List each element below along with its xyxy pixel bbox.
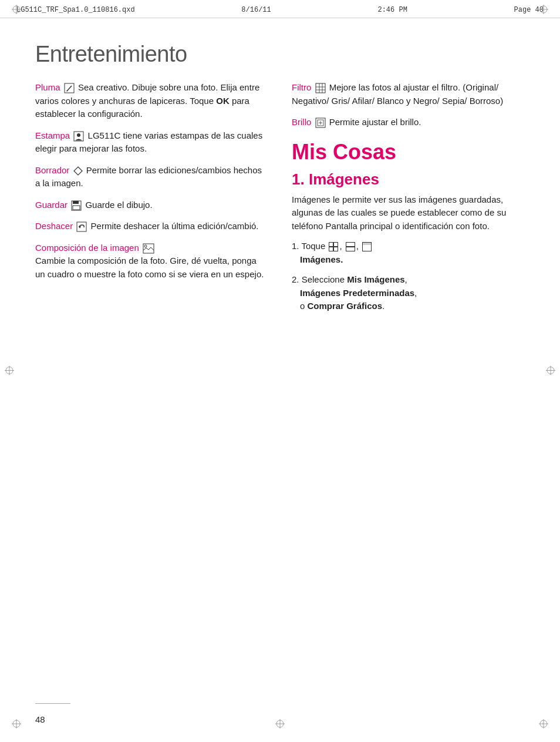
borrador-text: Borrador Permite borrar las ediciones/ca… <box>35 164 268 190</box>
imagenes-intro: Imágenes le permite ver sus las imágenes… <box>292 193 525 233</box>
svg-point-16 <box>77 133 80 137</box>
svg-rect-36 <box>334 243 338 246</box>
page-footer: 48 <box>35 714 525 724</box>
brillo-term: Brillo <box>292 117 311 127</box>
apps-icon-3 <box>362 241 372 252</box>
svg-rect-35 <box>329 243 333 246</box>
svg-rect-21 <box>77 222 86 231</box>
entry-brillo: Brillo Permite ajustar el brillo. <box>292 116 525 129</box>
entry-deshacer: Deshacer Permite deshacer la última edic… <box>35 220 268 233</box>
stamp-icon <box>73 131 84 142</box>
eraser-icon <box>73 166 83 176</box>
filtro-term: Filtro <box>292 82 311 92</box>
undo-icon <box>76 221 87 232</box>
step2-period: . <box>382 301 384 311</box>
step2-prefix: 2. Seleccione <box>292 274 347 284</box>
mis-cosas-heading: Mis Cosas <box>292 140 525 164</box>
svg-rect-38 <box>334 247 338 251</box>
brillo-description: Permite ajustar el brillo. <box>329 117 421 127</box>
entry-filtro: Filtro Mejore las fotos al ajustar el fi… <box>292 81 525 108</box>
step2-o: o <box>300 301 308 311</box>
doc-date: 8/16/11 <box>241 6 271 14</box>
step2: 2. Seleccione Mis Imágenes, Imágenes Pre… <box>292 273 525 313</box>
right-column: Filtro Mejore las fotos al ajustar el fi… <box>292 81 525 313</box>
pencil-icon <box>64 83 75 93</box>
filename: LG511C_TRF_Spa1.0_110816.qxd <box>16 6 135 14</box>
step2-mis-imagenes: Mis Imágenes <box>347 274 404 284</box>
step1-prefix: 1. Toque <box>292 241 328 251</box>
deshacer-text: Deshacer Permite deshacer la última edic… <box>35 220 268 233</box>
borrador-description: Permite borrar las ediciones/cambios hec… <box>35 165 262 189</box>
brillo-text: Brillo Permite ajustar el brillo. <box>292 116 525 129</box>
composicion-body: Cambie la composición de la foto. Gire, … <box>35 254 268 281</box>
svg-rect-41 <box>346 247 355 251</box>
guardar-description: Guarde el dibujo. <box>85 200 152 210</box>
pluma-term: Pluma <box>35 82 60 92</box>
reg-mark-left <box>5 365 14 377</box>
svg-rect-37 <box>329 247 333 251</box>
page-content: Entretenimiento Pluma Sea creativo. Dibu… <box>0 18 560 337</box>
estampa-description: LG511C tiene varias estampas de las cual… <box>35 130 262 154</box>
svg-line-13 <box>67 86 72 91</box>
estampa-text: Estampa LG511C tiene varias estampas de … <box>35 129 268 156</box>
svg-rect-19 <box>73 201 79 204</box>
step2-comprar: Comprar Gráficos <box>308 301 383 311</box>
estampa-term: Estampa <box>35 130 70 140</box>
filtro-text: Filtro Mejore las fotos al ajustar el fi… <box>292 81 525 108</box>
left-column: Pluma Sea creativo. Dibuje sobre una fot… <box>35 81 268 313</box>
brightness-icon <box>315 117 326 128</box>
imagenes-heading: 1. Imágenes <box>292 170 525 189</box>
two-column-layout: Pluma Sea creativo. Dibuje sobre una fot… <box>35 81 525 313</box>
composicion-term: Composición de la imagen <box>35 243 139 253</box>
apps-icon-2 <box>345 241 356 252</box>
reg-mark-bottom-right <box>539 719 548 730</box>
step2-comma2: , <box>414 288 417 298</box>
svg-rect-44 <box>363 243 371 245</box>
footer-line <box>35 703 70 704</box>
reg-mark-right <box>546 365 555 377</box>
filter-icon <box>315 83 326 93</box>
doc-time: 2:46 PM <box>377 6 407 14</box>
step2-predeterminadas: Imágenes Predeterminadas <box>300 288 414 298</box>
reg-mark-top-left <box>12 5 21 16</box>
svg-marker-17 <box>74 167 82 175</box>
svg-rect-20 <box>73 206 80 210</box>
save-icon <box>71 200 82 211</box>
entry-composicion: Composición de la imagen Cambie la compo… <box>35 241 268 281</box>
entry-estampa: Estampa LG511C tiene varias estampas de … <box>35 129 268 156</box>
deshacer-term: Deshacer <box>35 221 73 231</box>
compose-icon <box>143 243 154 254</box>
page-number: 48 <box>35 714 45 724</box>
composicion-text: Composición de la imagen <box>35 241 268 255</box>
svg-rect-25 <box>316 83 325 93</box>
entry-borrador: Borrador Permite borrar las ediciones/ca… <box>35 164 268 190</box>
page-title: Entretenimiento <box>35 42 525 67</box>
guardar-term: Guardar <box>35 200 68 210</box>
step1-comma: , <box>339 241 342 251</box>
apps-icon-1 <box>328 241 339 252</box>
reg-mark-bottom-left <box>12 719 21 730</box>
entry-pluma: Pluma Sea creativo. Dibuje sobre una fot… <box>35 81 268 121</box>
svg-point-24 <box>144 245 147 247</box>
imagenes-title: Imágenes <box>309 170 379 188</box>
guardar-text: Guardar Guarde el dibujo. <box>35 199 268 212</box>
deshacer-description: Permite deshacer la última edición/cambi… <box>91 221 259 231</box>
step1: 1. Toque , , <box>292 240 525 266</box>
imagenes-number: 1. <box>292 170 305 188</box>
doc-header: LG511C_TRF_Spa1.0_110816.qxd 8/16/11 2:4… <box>0 0 560 18</box>
step2-comma1: , <box>405 274 407 284</box>
reg-mark-top-right <box>539 5 548 16</box>
step1-label: Imágenes. <box>292 253 343 267</box>
pluma-text: Pluma Sea creativo. Dibuje sobre una fot… <box>35 81 268 121</box>
svg-rect-40 <box>346 243 355 246</box>
borrador-term: Borrador <box>35 165 69 175</box>
entry-guardar: Guardar Guarde el dibujo. <box>35 199 268 212</box>
